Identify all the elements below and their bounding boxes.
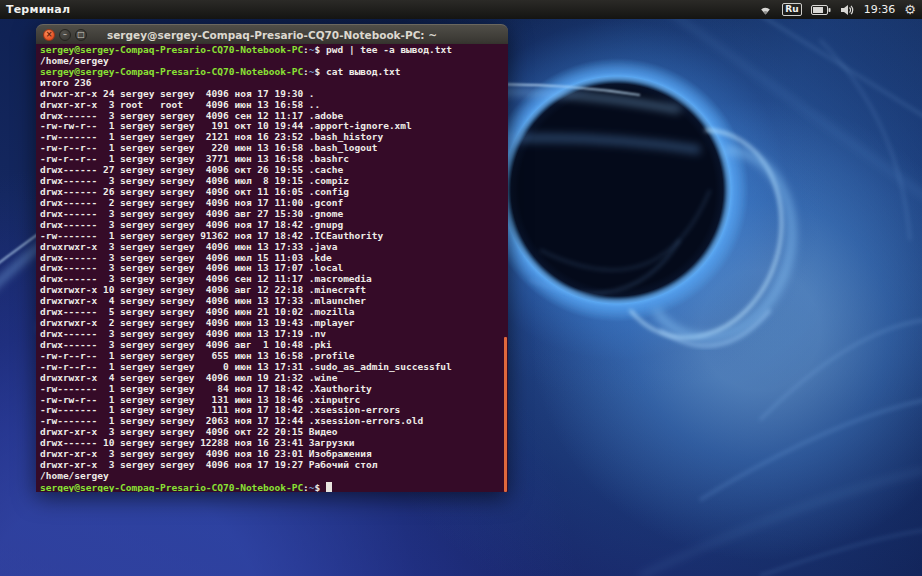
terminal-output: sergey@sergey-Compaq-Presario-CQ70-Noteb… bbox=[40, 45, 508, 492]
prompt-user-host: sergey@sergey-Compaq-Presario-CQ70-Noteb… bbox=[40, 66, 303, 77]
terminal-output-line: drwxr-xr-x 3 root root 4096 июн 13 16:58… bbox=[40, 100, 508, 111]
terminal-prompt-line: sergey@sergey-Compaq-Presario-CQ70-Noteb… bbox=[40, 482, 508, 492]
volume-icon[interactable] bbox=[840, 4, 855, 16]
minimize-button[interactable]: – bbox=[59, 29, 71, 41]
prompt-dollar: $ bbox=[315, 66, 326, 77]
terminal-output-line: drwxrwxr-x 3 sergey sergey 4096 июн 13 1… bbox=[40, 242, 508, 253]
window-titlebar[interactable]: × – □ sergey@sergey-Compaq-Presario-CQ70… bbox=[36, 24, 508, 44]
prompt-dollar: $ bbox=[315, 482, 326, 492]
prompt-dollar: $ bbox=[315, 44, 326, 55]
terminal-prompt-line: sergey@sergey-Compaq-Presario-CQ70-Noteb… bbox=[40, 45, 508, 56]
terminal-output-line: -rw------- 1 sergey sergey 84 ноя 17 18:… bbox=[40, 384, 508, 395]
prompt-user-host: sergey@sergey-Compaq-Presario-CQ70-Noteb… bbox=[40, 482, 303, 492]
terminal-output-line: /home/sergey bbox=[40, 471, 508, 482]
terminal-cursor bbox=[326, 482, 332, 492]
terminal-prompt-line: sergey@sergey-Compaq-Presario-CQ70-Noteb… bbox=[40, 67, 508, 78]
window-buttons: × – □ bbox=[43, 29, 87, 41]
top-panel: Терминал Ru 19:36 ⚙ bbox=[0, 0, 922, 19]
close-button[interactable]: × bbox=[43, 29, 55, 41]
keyboard-layout-indicator[interactable]: Ru bbox=[782, 3, 801, 16]
session-gear-icon[interactable]: ⚙ bbox=[904, 3, 916, 16]
prompt-user-host: sergey@sergey-Compaq-Presario-CQ70-Noteb… bbox=[40, 44, 303, 55]
terminal-output-line: drwxr-xr-x 24 sergey sergey 4096 ноя 17 … bbox=[40, 89, 508, 100]
battery-icon[interactable] bbox=[811, 5, 831, 15]
system-tray: Ru 19:36 ⚙ bbox=[758, 3, 922, 16]
terminal-output-line: -rw------- 1 sergey sergey 91362 ноя 17 … bbox=[40, 231, 508, 242]
active-app-title[interactable]: Терминал bbox=[6, 3, 70, 16]
terminal-output-line: drwxrwxr-x 4 sergey sergey 4096 июл 19 2… bbox=[40, 373, 508, 384]
typed-command: pwd | tee -a вывод.txt bbox=[326, 44, 452, 55]
window-title: sergey@sergey-Compaq-Presario-CQ70-Noteb… bbox=[36, 29, 508, 41]
terminal-window: × – □ sergey@sergey-Compaq-Presario-CQ70… bbox=[36, 24, 508, 492]
network-wifi-icon[interactable] bbox=[758, 4, 773, 16]
terminal-output-line: drwxr-xr-x 3 sergey sergey 4096 ноя 17 1… bbox=[40, 460, 508, 471]
clock[interactable]: 19:36 bbox=[864, 3, 896, 16]
terminal-screen[interactable]: sergey@sergey-Compaq-Presario-CQ70-Noteb… bbox=[36, 44, 508, 492]
terminal-scrollbar[interactable] bbox=[504, 337, 507, 492]
maximize-button[interactable]: □ bbox=[75, 29, 87, 41]
typed-command: cat вывод.txt bbox=[326, 66, 400, 77]
